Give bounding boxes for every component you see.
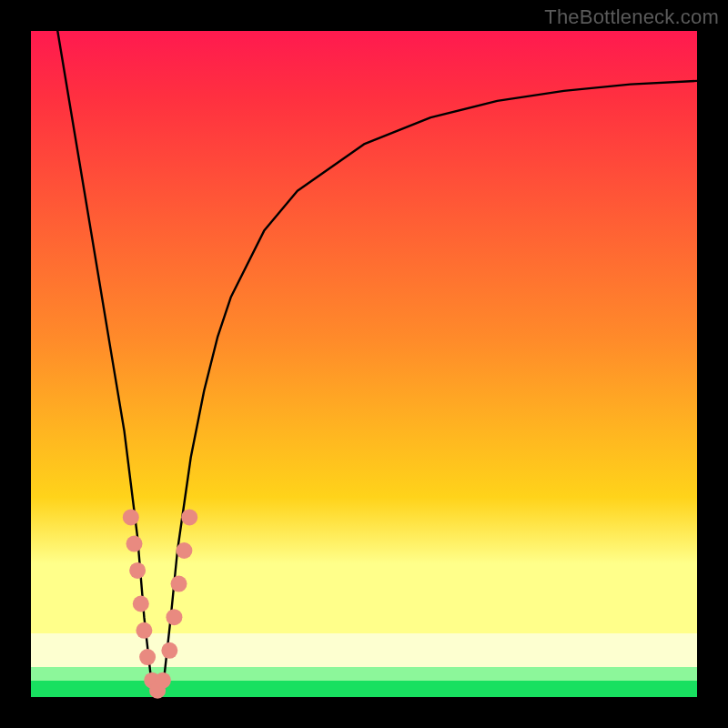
watermark-text: TheBottleneck.com	[544, 5, 719, 29]
curve-marker	[126, 536, 143, 552]
curve-marker	[129, 562, 146, 579]
plot-area	[31, 31, 697, 697]
curve-marker	[133, 596, 149, 612]
curve-marker	[171, 576, 187, 592]
curve-marker	[176, 542, 192, 559]
chart-frame: TheBottleneck.com	[0, 0, 728, 728]
curve-layer	[31, 31, 697, 697]
curve-marker	[139, 649, 156, 665]
curve-marker	[123, 509, 139, 525]
curve-marker	[181, 509, 197, 525]
bottleneck-curve	[57, 31, 697, 697]
curve-marker	[161, 642, 177, 659]
curve-markers	[123, 509, 197, 698]
curve-marker	[166, 609, 182, 625]
curve-marker	[136, 622, 152, 639]
curve-marker	[155, 672, 171, 689]
